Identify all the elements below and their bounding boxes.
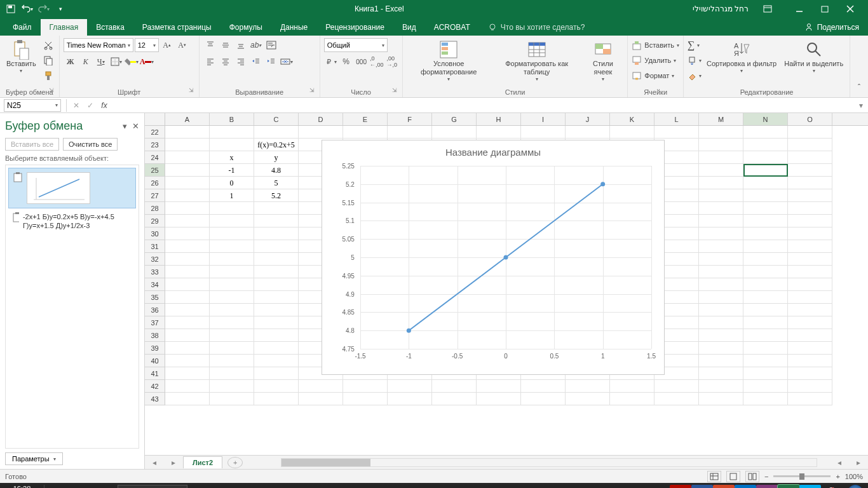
underline-button[interactable]: Ч ▾: [94, 55, 108, 69]
clear-button[interactable]: ▾: [688, 69, 702, 83]
cell[interactable]: [165, 164, 210, 177]
cell[interactable]: [521, 393, 566, 405]
embedded-chart[interactable]: Название диаграммы 4.754.84.854.94.9555.…: [322, 140, 665, 375]
taskbar-chrome-icon[interactable]: [821, 485, 843, 488]
enter-formula-icon[interactable]: ✓: [83, 98, 97, 112]
cell[interactable]: [432, 380, 477, 393]
shrink-font-icon[interactable]: A▾: [175, 38, 189, 52]
paste-button[interactable]: Вставить ▾: [4, 38, 39, 76]
cell[interactable]: [699, 139, 743, 151]
cell[interactable]: [743, 164, 788, 177]
font-color-button[interactable]: A▾: [140, 55, 154, 69]
borders-button[interactable]: ▾: [109, 55, 123, 69]
cell[interactable]: [210, 202, 254, 215]
close-pane-icon[interactable]: ✕: [132, 121, 139, 131]
cell[interactable]: [299, 126, 343, 139]
cell[interactable]: [699, 278, 743, 291]
cell[interactable]: [432, 126, 477, 139]
align-center-icon[interactable]: [219, 55, 233, 69]
taskbar-excel-icon[interactable]: X: [778, 485, 799, 488]
cell[interactable]: [654, 380, 699, 393]
cell[interactable]: [743, 189, 788, 202]
orientation-icon[interactable]: ab▾: [249, 38, 263, 52]
cell[interactable]: [254, 393, 299, 405]
taskbar-app[interactable]: [187, 485, 209, 488]
fill-color-button[interactable]: ▾: [125, 55, 139, 69]
cell[interactable]: [254, 304, 299, 316]
taskbar-desktop-button[interactable]: שולחן העבודה: [118, 485, 187, 488]
cell[interactable]: y: [254, 151, 299, 164]
align-left-icon[interactable]: [203, 55, 217, 69]
cell[interactable]: [254, 316, 299, 329]
cell[interactable]: [743, 355, 788, 367]
cell[interactable]: [699, 164, 743, 177]
cell[interactable]: [165, 316, 210, 329]
cell[interactable]: [343, 126, 388, 139]
cell[interactable]: [743, 240, 788, 253]
delete-cells-button[interactable]: Удалить▾: [632, 53, 679, 67]
cell[interactable]: [521, 380, 566, 393]
cell[interactable]: [699, 367, 743, 380]
cell[interactable]: [165, 278, 210, 291]
cell[interactable]: [743, 215, 788, 227]
row-header[interactable]: 28: [145, 202, 165, 215]
cell[interactable]: [788, 215, 832, 227]
normal-view-icon[interactable]: [707, 471, 721, 482]
cell[interactable]: [165, 304, 210, 316]
clipboard-item[interactable]: [8, 168, 136, 208]
insert-cells-button[interactable]: Вставить▾: [632, 38, 679, 52]
cell[interactable]: [165, 355, 210, 367]
cell[interactable]: [788, 304, 832, 316]
cell[interactable]: [566, 393, 610, 405]
taskbar-skype-icon[interactable]: S: [799, 485, 821, 488]
cell[interactable]: [477, 380, 521, 393]
cell[interactable]: [699, 253, 743, 266]
undo-icon[interactable]: ▾: [20, 2, 34, 16]
page-layout-view-icon[interactable]: [726, 471, 740, 482]
cell[interactable]: [254, 291, 299, 304]
cell[interactable]: [788, 151, 832, 164]
column-header[interactable]: C: [254, 113, 299, 125]
taskbar-outlook-icon[interactable]: O: [735, 485, 756, 488]
dialog-launcher-icon[interactable]: ⇲: [48, 87, 55, 95]
sheet-nav-prev-icon[interactable]: ◂: [145, 458, 164, 467]
cell[interactable]: [788, 329, 832, 342]
copy-button[interactable]: [41, 53, 55, 67]
cell[interactable]: [743, 291, 788, 304]
scroll-left-icon[interactable]: ◂: [830, 458, 849, 467]
minimize-button[interactable]: [787, 0, 812, 18]
cell[interactable]: [210, 316, 254, 329]
row-header[interactable]: 38: [145, 329, 165, 342]
start-button[interactable]: [843, 483, 868, 488]
row-header[interactable]: 35: [145, 291, 165, 304]
cell[interactable]: [610, 393, 654, 405]
cell[interactable]: [654, 126, 699, 139]
cell[interactable]: [165, 126, 210, 139]
cell[interactable]: [743, 329, 788, 342]
cell[interactable]: [254, 355, 299, 367]
cell[interactable]: [165, 151, 210, 164]
cell[interactable]: [165, 215, 210, 227]
row-header[interactable]: 31: [145, 240, 165, 253]
row-header[interactable]: 41: [145, 367, 165, 380]
cell[interactable]: [788, 139, 832, 151]
row-header[interactable]: 43: [145, 393, 165, 405]
cell[interactable]: [165, 202, 210, 215]
cell[interactable]: [788, 177, 832, 189]
page-break-view-icon[interactable]: [745, 471, 759, 482]
cell[interactable]: [254, 126, 299, 139]
qat-customize-icon[interactable]: ▾: [53, 2, 67, 16]
align-right-icon[interactable]: [234, 55, 248, 69]
cell[interactable]: [165, 393, 210, 405]
dialog-launcher-icon[interactable]: ⇲: [391, 87, 398, 95]
cell[interactable]: [210, 393, 254, 405]
close-button[interactable]: [837, 0, 863, 18]
cell[interactable]: [165, 367, 210, 380]
cell[interactable]: 0: [210, 177, 254, 189]
cell[interactable]: [254, 329, 299, 342]
cell[interactable]: [699, 240, 743, 253]
formula-input[interactable]: [111, 99, 854, 112]
column-header[interactable]: I: [521, 113, 566, 125]
cell[interactable]: [343, 393, 388, 405]
cell[interactable]: [699, 266, 743, 278]
